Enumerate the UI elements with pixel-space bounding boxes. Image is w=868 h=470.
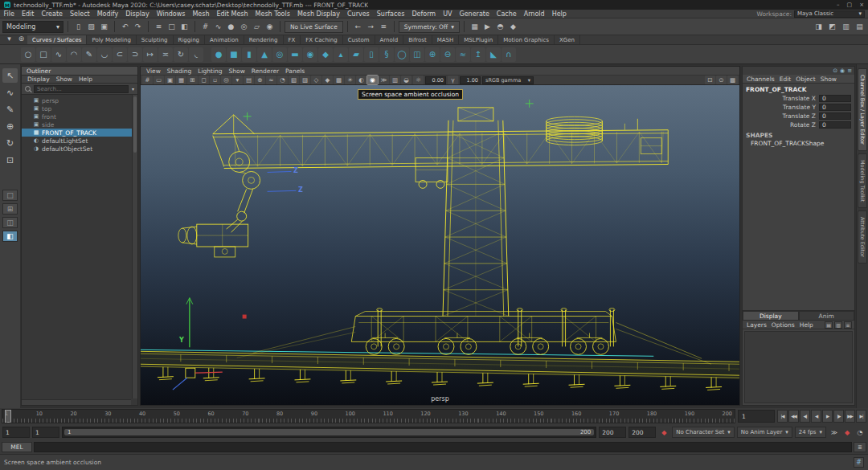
shelf-tab[interactable]: MSLPlugin bbox=[459, 35, 498, 44]
playback-speed-icon[interactable]: ≫ bbox=[829, 427, 840, 438]
outliner-item-defaultlightset[interactable]: ◐ defaultLightSet bbox=[22, 137, 137, 145]
snap-to-view-plane-icon[interactable]: ▱ bbox=[251, 21, 263, 33]
wireframe-mode-icon[interactable]: ◇ bbox=[311, 76, 321, 84]
output-connections-icon[interactable]: → bbox=[365, 21, 377, 33]
nurbs-circle-icon[interactable]: ○ bbox=[21, 47, 35, 62]
menu-item[interactable]: Select bbox=[66, 10, 93, 18]
outliner-vertical-scrollbar[interactable] bbox=[132, 95, 137, 398]
bridge-icon[interactable]: ∩ bbox=[502, 47, 516, 62]
separate-icon[interactable]: ⊖ bbox=[440, 47, 455, 62]
select-by-hierarchy-icon[interactable]: ≡ bbox=[153, 21, 165, 33]
menu-item[interactable]: Mesh Display bbox=[293, 10, 343, 18]
attribute-editor-tab[interactable]: Attribute Editor bbox=[858, 210, 867, 264]
layer-editor-menu-item[interactable]: Layers bbox=[745, 321, 768, 329]
layout-two-pane-button[interactable]: ◫ bbox=[2, 217, 18, 228]
shelf-tab[interactable]: Rigging bbox=[174, 35, 206, 44]
oversampling-icon[interactable]: ≈ bbox=[266, 76, 276, 84]
shelf-tab[interactable]: XGen bbox=[555, 35, 580, 44]
extrude-icon[interactable]: ↥ bbox=[471, 47, 485, 62]
auto-key-icon[interactable]: ◆ bbox=[841, 427, 853, 438]
nurbs-square-icon[interactable]: □ bbox=[36, 47, 51, 62]
menu-item[interactable]: Edit bbox=[18, 10, 38, 18]
poly-cylinder-icon[interactable]: ▮ bbox=[242, 47, 256, 62]
symmetry-dropdown[interactable]: Symmetry: Off▾ bbox=[399, 21, 460, 33]
poly-pipe-icon[interactable]: ▯ bbox=[364, 47, 379, 62]
outliner-search-input[interactable] bbox=[34, 85, 129, 93]
menu-item[interactable]: Mesh Tools bbox=[252, 10, 293, 18]
save-scene-icon[interactable]: ▣ bbox=[98, 21, 110, 33]
menu-item[interactable]: Edit Mesh bbox=[213, 10, 252, 18]
detach-curves-icon[interactable]: ⊃ bbox=[128, 47, 142, 62]
motion-blur-icon[interactable]: ≫ bbox=[379, 76, 389, 84]
select-by-component-icon[interactable]: ◧ bbox=[178, 21, 190, 33]
shadows-icon[interactable]: ◐ bbox=[356, 76, 366, 84]
shelf-tab[interactable]: Poly Modeling bbox=[87, 35, 136, 44]
layer-list[interactable] bbox=[744, 331, 853, 403]
shelf-tab[interactable]: Bifrost bbox=[403, 35, 432, 44]
channel-box-menu-item[interactable]: Show bbox=[819, 76, 838, 83]
poly-disc-icon[interactable]: ◉ bbox=[303, 47, 317, 62]
layout-outliner-persp-button[interactable]: ◧ bbox=[2, 231, 18, 242]
safe-action-icon[interactable]: ◻ bbox=[199, 76, 209, 84]
cv-curve-tool-icon[interactable]: ◠ bbox=[67, 47, 81, 62]
outliner-menu-item[interactable]: Show bbox=[54, 76, 75, 83]
animation-start-field[interactable]: 1 bbox=[2, 427, 30, 438]
viewport-menu-item[interactable]: View bbox=[143, 67, 164, 75]
menu-item[interactable]: Generate bbox=[456, 10, 493, 18]
outliner-title[interactable]: Outliner bbox=[22, 67, 137, 76]
manip-speed-icon[interactable]: ◉ bbox=[840, 67, 845, 74]
anim-layer-dropdown[interactable]: No Anim Layer▾ bbox=[737, 427, 792, 438]
poly-helix-icon[interactable]: § bbox=[379, 47, 394, 62]
channel-box-toggle-icon[interactable]: ▥ bbox=[840, 21, 852, 33]
step-forward-frame-button[interactable]: ▶▶ bbox=[845, 410, 855, 423]
snap-to-projected-center-icon[interactable]: ◎ bbox=[238, 21, 250, 33]
channel-box-layer-editor-tab[interactable]: Channel Box / Layer Editor bbox=[858, 68, 867, 151]
snap-to-point-icon[interactable]: ● bbox=[225, 21, 237, 33]
attach-curves-icon[interactable]: ⊂ bbox=[113, 47, 127, 62]
shelf-tab[interactable]: FX bbox=[284, 35, 301, 44]
depth-of-field-icon[interactable]: ◒ bbox=[401, 76, 411, 84]
screen-space-ao-icon[interactable]: ◉ bbox=[367, 76, 378, 84]
shelf-tab[interactable]: Motion Graphics bbox=[498, 35, 555, 44]
step-back-key-button[interactable]: ◀| bbox=[800, 410, 810, 423]
outliner-item-persp[interactable]: ▣ persp bbox=[22, 96, 137, 104]
isolate-select-icon[interactable]: ◔ bbox=[277, 76, 288, 84]
viewport-menu-item[interactable]: Lighting bbox=[194, 67, 225, 75]
modeling-toolkit-tab[interactable]: Modeling Toolkit bbox=[858, 153, 867, 208]
bookmarks-icon[interactable]: ▾ bbox=[232, 76, 243, 84]
mel-command-input[interactable] bbox=[34, 442, 852, 452]
menu-item[interactable]: Create bbox=[38, 10, 67, 18]
grid-toggle-icon[interactable]: # bbox=[142, 76, 153, 84]
range-slider[interactable]: 1 200 bbox=[62, 427, 596, 438]
go-to-end-button[interactable]: ▶| bbox=[856, 410, 866, 423]
shelf-gear-icon[interactable]: ⊛ bbox=[15, 32, 27, 44]
poly-pyramid-icon[interactable]: ▴ bbox=[334, 47, 348, 62]
outliner-horizontal-scrollbar[interactable] bbox=[22, 399, 131, 405]
maximize-button[interactable]: ▢ bbox=[847, 2, 853, 8]
image-plane-icon[interactable]: ▤ bbox=[244, 76, 254, 84]
move-tool[interactable]: ⊕ bbox=[2, 119, 18, 133]
channel-box-menu-item[interactable]: Object bbox=[794, 76, 817, 83]
resolution-gate-icon[interactable]: ▣ bbox=[165, 76, 175, 84]
camera-attributes-icon[interactable]: ◎ bbox=[221, 76, 231, 84]
mirror-geometry-icon[interactable]: ◫ bbox=[410, 47, 424, 62]
play-forwards-button[interactable]: ▶ bbox=[822, 410, 833, 423]
three-point-arc-icon[interactable]: ◡ bbox=[97, 47, 112, 62]
shelf-menu-icon[interactable]: ▾ bbox=[3, 32, 15, 44]
script-editor-icon[interactable]: ≣ bbox=[854, 442, 866, 452]
step-back-frame-button[interactable]: ◀◀ bbox=[788, 410, 799, 423]
combine-icon[interactable]: ⊕ bbox=[425, 47, 440, 62]
time-slider[interactable]: 1102030405060708090100110120130140150160… bbox=[2, 409, 735, 423]
fps-dropdown[interactable]: 24 fps▾ bbox=[795, 427, 826, 438]
multisample-aa-icon[interactable]: ▥ bbox=[390, 76, 400, 84]
curve-fillet-icon[interactable]: ◟ bbox=[189, 47, 203, 62]
outliner-item-front-of-track[interactable]: ▦ FRONT_OF_TRACK bbox=[22, 129, 137, 137]
gamma-field[interactable]: 1.00 bbox=[460, 76, 481, 84]
menu-item[interactable]: UV bbox=[440, 10, 456, 18]
make-live-icon[interactable]: ◉ bbox=[264, 21, 276, 33]
shape-node-name[interactable]: FRONT_OF_TRACKShape bbox=[743, 140, 854, 149]
shelf-tab[interactable]: Arnold bbox=[375, 35, 404, 44]
search-filter-icon[interactable]: ▾ bbox=[132, 86, 134, 92]
undo-icon[interactable]: ↶ bbox=[119, 21, 131, 33]
layer-options-icon[interactable]: ≡ bbox=[844, 321, 852, 329]
